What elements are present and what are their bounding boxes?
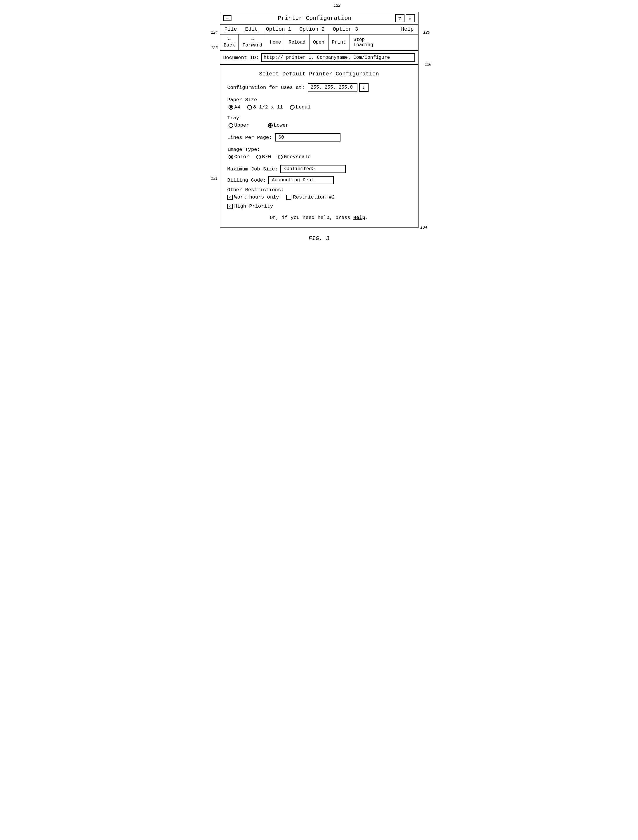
back-label: Back	[224, 43, 235, 48]
print-label: Print	[332, 40, 346, 45]
restriction-work-hours-checkbox[interactable]	[227, 195, 233, 200]
back-arrow-icon: ←	[228, 37, 231, 42]
other-restrictions-section: Other Restrictions: Work hours only Rest…	[227, 187, 411, 209]
address-bar: Document ID:	[220, 51, 418, 65]
image-type-color[interactable]: Color	[229, 154, 249, 160]
ref-124: 124	[211, 30, 218, 35]
help-line: Or, if you need help, press Help.	[227, 215, 411, 220]
max-job-size-row: Maximum Job Size:	[227, 165, 411, 173]
title-bar-controls: ▽ △	[395, 14, 415, 22]
home-label: Home	[270, 40, 281, 45]
reload-button[interactable]: Reload	[285, 35, 310, 50]
print-button[interactable]: Print	[328, 35, 350, 50]
paper-size-a4[interactable]: A4	[229, 104, 240, 110]
image-type-greyscale-radio[interactable]	[278, 155, 283, 159]
image-type-label: Image Type:	[227, 147, 411, 152]
billing-code-input[interactable]	[268, 176, 334, 184]
image-type-color-radio[interactable]	[229, 155, 233, 159]
ref-120: 120	[423, 30, 430, 35]
menu-option3[interactable]: Option 3	[332, 26, 359, 33]
home-button[interactable]: Home	[266, 35, 285, 50]
tray-upper[interactable]: Upper	[229, 122, 249, 128]
config-dropdown-button[interactable]: ↓	[359, 83, 368, 92]
content-area: Select Default Printer Configuration Con…	[220, 65, 418, 228]
billing-code-row: Billing Code:	[227, 176, 411, 184]
config-for-row: Configuration for uses at: ↓	[227, 83, 411, 92]
billing-code-label: Billing Code:	[227, 177, 266, 183]
stop-loading-button[interactable]: StopLoading	[350, 35, 377, 50]
tray-upper-radio[interactable]	[229, 123, 233, 128]
open-button[interactable]: Open	[310, 35, 328, 50]
tray-upper-label: Upper	[234, 122, 249, 128]
window-icon-label: —	[226, 16, 228, 21]
back-button[interactable]: ← Back	[220, 35, 239, 50]
tray-section: Tray Upper Lower	[227, 115, 411, 128]
menu-file[interactable]: File	[223, 26, 238, 33]
paper-size-8x11-radio[interactable]	[247, 105, 252, 110]
tray-lower-radio[interactable]	[268, 123, 273, 128]
ref-128: 128	[425, 62, 431, 66]
lines-per-page-row: Lines Per Page:	[227, 133, 411, 141]
restriction-2[interactable]: Restriction #2	[286, 195, 335, 200]
document-id-input[interactable]	[261, 53, 415, 62]
image-type-greyscale[interactable]: Greyscale	[278, 154, 311, 160]
paper-size-legal-radio[interactable]	[290, 105, 295, 110]
ref-122: 122	[334, 3, 341, 8]
window-title: Printer Configuration	[234, 15, 395, 22]
restriction-high-priority-checkbox[interactable]	[227, 204, 233, 209]
paper-size-label: Paper Size	[227, 97, 411, 103]
max-job-size-label: Maximum Job Size:	[227, 166, 278, 172]
restriction-2-label: Restriction #2	[293, 195, 335, 200]
max-job-size-input[interactable]	[280, 165, 346, 173]
image-type-color-label: Color	[234, 154, 249, 160]
ref-134: 134	[420, 225, 427, 229]
image-type-bw-radio[interactable]	[256, 155, 261, 159]
tray-radio-group: Upper Lower	[227, 122, 411, 128]
menu-bar: File Edit Option 1 Option 2 Option 3 Hel…	[220, 25, 418, 35]
restriction-work-hours-label: Work hours only	[234, 195, 279, 200]
ref-131: 131	[211, 176, 218, 181]
content-title: Select Default Printer Configuration	[227, 71, 411, 77]
lines-per-page-label: Lines Per Page:	[227, 135, 272, 140]
menu-option2[interactable]: Option 2	[298, 26, 325, 33]
paper-size-a4-label: A4	[234, 104, 240, 110]
paper-size-radio-group: A4 8 1/2 x 11 Legal	[227, 104, 411, 110]
restriction-2-checkbox[interactable]	[286, 195, 291, 200]
document-id-label: Document ID:	[223, 55, 259, 60]
restrictions-group: Work hours only Restriction #2 High Prio…	[227, 195, 411, 209]
minimize-button[interactable]: ▽	[395, 14, 404, 22]
paper-size-legal-label: Legal	[296, 104, 311, 110]
image-type-greyscale-label: Greyscale	[284, 154, 311, 160]
menu-option1[interactable]: Option 1	[265, 26, 292, 33]
forward-button[interactable]: → Forward	[239, 35, 266, 50]
paper-size-8x11[interactable]: 8 1/2 x 11	[247, 104, 283, 110]
menu-help[interactable]: Help	[400, 26, 415, 33]
forward-label: Forward	[243, 43, 262, 48]
figure-caption: FIG. 3	[220, 235, 418, 242]
tray-label: Tray	[227, 115, 411, 121]
ref-126: 126	[211, 45, 218, 50]
menu-edit[interactable]: Edit	[244, 26, 259, 33]
restriction-work-hours[interactable]: Work hours only	[227, 195, 279, 200]
title-bar: — Printer Configuration ▽ △	[220, 12, 418, 25]
tray-lower[interactable]: Lower	[268, 122, 289, 128]
window-menu-icon[interactable]: —	[223, 15, 232, 21]
image-type-bw-label: B/W	[262, 154, 271, 160]
restriction-high-priority-label: High Priority	[234, 204, 273, 209]
forward-arrow-icon: →	[251, 37, 254, 42]
config-for-input[interactable]	[308, 83, 357, 92]
image-type-bw[interactable]: B/W	[256, 154, 271, 160]
main-window: — Printer Configuration ▽ △ File Edit Op…	[220, 12, 418, 228]
dropdown-arrow-icon: ↓	[362, 84, 365, 90]
maximize-button[interactable]: △	[406, 14, 415, 22]
toolbar: ← Back → Forward Home Reload Open Print …	[220, 35, 418, 51]
lines-per-page-input[interactable]	[275, 133, 341, 141]
tray-lower-label: Lower	[274, 122, 289, 128]
help-text: Or, if you need help, press Help.	[270, 215, 368, 220]
paper-size-legal[interactable]: Legal	[290, 104, 311, 110]
reload-label: Reload	[289, 40, 306, 45]
config-for-label: Configuration for uses at:	[227, 85, 305, 90]
open-label: Open	[313, 40, 324, 45]
restriction-high-priority[interactable]: High Priority	[227, 204, 411, 209]
paper-size-a4-radio[interactable]	[229, 105, 233, 110]
